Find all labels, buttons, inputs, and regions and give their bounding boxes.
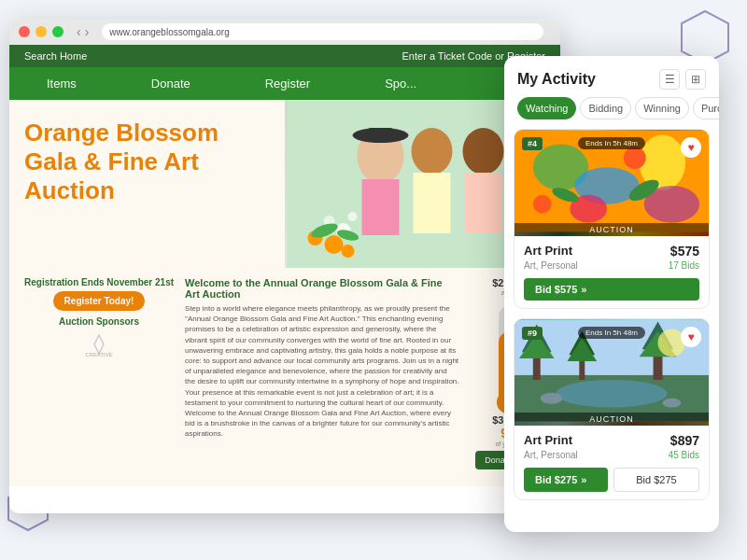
browser-back-btn[interactable]: ‹ (77, 24, 81, 39)
activity-header: My Activity ☰ ⊞ (504, 56, 719, 97)
card-1-price: $575 (670, 244, 699, 259)
header-search-home[interactable]: Search Home (24, 50, 87, 62)
activity-panel-title: My Activity (517, 71, 596, 88)
browser-navigation: ‹ › (77, 24, 89, 39)
sponsor-logo-svg: CREATIVE (80, 330, 118, 358)
card-2-body: Art Print $897 Art, Personal 45 Bids Bid… (514, 426, 709, 499)
welcome-title: Welcome to the Annual Orange Blossom Gal… (185, 277, 459, 300)
card-1-timer: Ends In 5h 48m (578, 137, 645, 149)
svg-point-27 (624, 147, 646, 169)
activity-panel: My Activity ☰ ⊞ Watching Bidding Winning… (504, 56, 719, 532)
card-2-badge: #9 (522, 327, 543, 340)
website-content: Search Home Enter a Ticket Code or Regis… (9, 45, 560, 513)
svg-point-45 (662, 399, 681, 408)
svg-rect-6 (370, 128, 392, 142)
nav-item-register[interactable]: Register (228, 67, 347, 100)
svg-point-43 (557, 380, 668, 408)
svg-text:CREATIVE: CREATIVE (85, 352, 113, 357)
browser-maximize-dot[interactable] (52, 26, 63, 37)
grid-view-icon[interactable]: ⊞ (685, 69, 706, 90)
registration-title: Registration Ends November 21st (24, 277, 174, 287)
svg-rect-8 (414, 173, 451, 233)
svg-point-28 (533, 195, 552, 214)
svg-point-9 (463, 128, 504, 175)
browser-close-dot[interactable] (19, 26, 30, 37)
svg-point-14 (325, 235, 344, 254)
svg-marker-19 (94, 335, 104, 354)
card-1-bids: 17 Bids (669, 260, 699, 271)
card-1-bid-btn[interactable]: Bid $575 » (524, 278, 699, 301)
register-today-btn[interactable]: Register Today! (53, 291, 146, 311)
card-2-bid-btn-label: Bid $275 (535, 474, 577, 485)
tab-winning[interactable]: Winning (635, 97, 689, 119)
card-1-actions: Bid $575 » (524, 278, 699, 301)
site-header-top: Search Home Enter a Ticket Code or Regis… (9, 45, 560, 67)
card-1-heart-btn[interactable]: ♥ (681, 137, 701, 158)
card-1-title-row: Art Print $575 (524, 244, 699, 259)
auction-card-2: #9 Ends In 5h 48m ♥ Auction Art Print $8… (514, 318, 710, 500)
list-view-icon[interactable]: ☰ (659, 69, 680, 90)
tab-bidding[interactable]: Bidding (580, 97, 631, 119)
card-2-bids: 45 Bids (669, 450, 699, 460)
tab-purchases[interactable]: Purchases (693, 97, 719, 119)
card-2-actions: Bid $275 » Bid $275 (524, 468, 699, 492)
welcome-body: Step into a world where elegance meets p… (185, 303, 459, 439)
browser-minimize-dot[interactable] (35, 26, 47, 37)
svg-point-13 (348, 212, 358, 221)
card-1-bid-arrows: » (581, 284, 586, 295)
card-1-name: Art Print (524, 244, 572, 258)
browser-address-bar[interactable]: www.orangeblossomgala.org (102, 23, 543, 40)
hero-text: Orange Blossom Gala & Fine Art Auction (9, 100, 285, 268)
sponsor-logo: CREATIVE (24, 330, 174, 360)
card-2-bid-arrows: » (581, 474, 586, 485)
card-2-subtitle: Art, Personal (524, 450, 578, 460)
card-2-timer: Ends In 5h 48m (578, 327, 645, 339)
tab-watching[interactable]: Watching (517, 97, 576, 119)
auction-card-1: #4 Ends In 5h 48m ♥ Auction Art Print $5… (514, 129, 710, 309)
browser-titlebar: ‹ › www.orangeblossomgala.org (9, 19, 560, 45)
registration-box: Registration Ends November 21st Register… (24, 277, 174, 469)
card-2-name: Art Print (524, 433, 572, 447)
browser-window: ‹ › www.orangeblossomgala.org Search Hom… (9, 19, 560, 513)
card-2-auction-label: Auction (514, 413, 709, 426)
browser-url: www.orangeblossomgala.org (109, 27, 229, 37)
svg-rect-10 (465, 173, 502, 233)
hero-section: Orange Blossom Gala & Fine Art Auction (9, 100, 560, 268)
info-section: Registration Ends November 21st Register… (9, 268, 560, 479)
activity-tabs: Watching Bidding Winning Purchases (504, 97, 719, 119)
card-1-bid-btn-label: Bid $575 (535, 284, 577, 295)
browser-forward-btn[interactable]: › (85, 24, 90, 39)
hero-title: Orange Blossom Gala & Fine Art Auction (24, 119, 270, 206)
card-2-bid-btn2[interactable]: Bid $275 (613, 468, 699, 492)
nav-item-items[interactable]: Items (9, 67, 114, 100)
card-2-bid-btn[interactable]: Bid $275 » (524, 468, 608, 492)
card-image-2: #9 Ends In 5h 48m ♥ Auction (514, 319, 709, 426)
svg-rect-4 (362, 179, 400, 235)
svg-point-44 (541, 393, 563, 404)
card-2-price: $897 (670, 433, 699, 448)
card-1-subtitle: Art, Personal (524, 260, 578, 271)
site-navigation: Items Donate Register Spo... (9, 67, 560, 100)
nav-item-sponsors[interactable]: Spo... (347, 67, 454, 100)
card-image-1: #4 Ends In 5h 48m ♥ Auction (514, 130, 709, 236)
sponsors-title: Auction Sponsors (24, 316, 174, 327)
card-1-body: Art Print $575 Art, Personal 17 Bids Bid… (514, 236, 709, 308)
view-toggle-icons: ☰ ⊞ (659, 69, 706, 90)
welcome-text-section: Welcome to the Annual Orange Blossom Gal… (185, 277, 459, 469)
svg-point-7 (412, 128, 453, 175)
card-1-badge: #4 (522, 137, 543, 150)
main-content: Orange Blossom Gala & Fine Art Auction (9, 100, 560, 486)
card-2-heart-btn[interactable]: ♥ (681, 327, 701, 347)
svg-point-16 (342, 245, 355, 258)
card-2-title-row: Art Print $897 (524, 433, 699, 448)
card-1-auction-label: Auction (514, 223, 709, 236)
nav-item-donate[interactable]: Donate (114, 67, 228, 100)
